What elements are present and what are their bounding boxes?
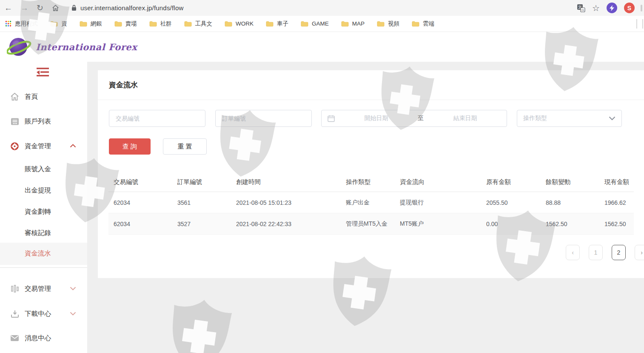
sidebar-collapse-icon[interactable] [36, 67, 50, 77]
bookmark-apps[interactable]: 應用程式 [5, 20, 38, 28]
bookmark-star-icon[interactable]: ☆ [592, 3, 600, 13]
extension-s-icon[interactable]: S [624, 3, 635, 13]
sidebar-item-label: 出金提現 [25, 186, 51, 195]
bookmark-label: 視頻 [388, 20, 399, 28]
folder-icon [114, 21, 122, 27]
bookmark-folder[interactable]: 車子 [266, 20, 288, 28]
sidebar-item-message[interactable]: 消息中心 [0, 331, 87, 345]
bookmark-label: WORK [236, 20, 254, 27]
folder-icon [50, 21, 58, 27]
cell-transaction-no: 62034 [108, 199, 172, 206]
query-button[interactable]: 查 詢 [109, 138, 151, 155]
bookmark-folder[interactable]: 視頻 [377, 20, 399, 28]
bookmark-folder[interactable]: 賣場 [114, 20, 137, 28]
table-row[interactable]: 62034 3527 2021-08-02 22:42:33 管理员MT5入金 … [108, 213, 634, 235]
translate-icon[interactable]: 文 G [577, 4, 585, 12]
url-text[interactable]: user.internationalforex.jp/funds/flow [80, 4, 184, 11]
bookmark-folder[interactable]: WORK [225, 20, 254, 27]
pagination-prev-button[interactable]: ‹ [566, 245, 580, 260]
reload-icon[interactable]: ↻ [37, 4, 43, 12]
back-icon[interactable]: ← [4, 4, 12, 12]
folder-icon [266, 21, 274, 27]
sidebar-subitem-flow-active[interactable]: 資金流水 [0, 246, 87, 261]
bookmark-folder[interactable]: MAP [341, 20, 365, 27]
bookmark-label: MAP [352, 20, 365, 27]
home-icon[interactable] [51, 4, 60, 12]
bookmark-folder[interactable]: GAME [301, 20, 329, 27]
sidebar-item-home[interactable]: 首頁 [0, 89, 87, 104]
sidebar-item-label: 消息中心 [25, 334, 51, 343]
sidebar-item-label: 下載中心 [25, 310, 51, 319]
table-row[interactable]: 62034 3561 2021-08-05 15:01:23 账户出金 提现银行… [108, 192, 634, 213]
bookmark-label: 車子 [277, 20, 288, 28]
bookmark-label: GAME [312, 20, 329, 27]
cell-original-amount: 0.00 [481, 221, 541, 227]
cell-operation-type: 管理员MT5入金 [341, 220, 395, 228]
column-header: 訂單編號 [172, 178, 231, 186]
sidebar-item-label: 資金劃轉 [25, 207, 51, 216]
sidebar-item-label: 審核記錄 [25, 229, 51, 238]
bookmark-folder[interactable]: 雲端 [412, 20, 434, 28]
funds-flow-card: 資金流水 開始日期 至 結束日期 操作類型 查 詢 重 置 交易編號 訂單編號 [98, 70, 644, 278]
home-outline-icon [10, 92, 20, 101]
cell-created-time: 2021-08-05 15:01:23 [231, 199, 341, 206]
envelope-icon [10, 335, 20, 342]
brand-logo[interactable]: International Forex [7, 36, 137, 58]
bookmark-folder[interactable]: 資 [50, 20, 67, 28]
bookmark-folder[interactable]: 社群 [149, 20, 172, 28]
cell-original-amount: 2055.50 [481, 199, 541, 206]
column-header: 原有金額 [481, 178, 541, 186]
bookmark-folder[interactable]: 網銀 [80, 20, 102, 28]
sidebar-item-label: 賬號入金 [25, 165, 51, 174]
sidebar-subitem-deposit[interactable]: 賬號入金 [0, 162, 87, 176]
bookmark-label: 社群 [160, 20, 172, 28]
cell-balance-change: 88.88 [541, 199, 599, 206]
table-header-row: 交易編號 訂單編號 創建時間 操作類型 資金流向 原有金額 餘額變動 現有金額 [108, 172, 634, 192]
cell-fund-direction: 提现银行 [395, 199, 481, 207]
cell-transaction-no: 62034 [108, 221, 172, 227]
bookmark-label: 資 [61, 20, 67, 28]
pagination-page-1[interactable]: 1 [589, 245, 603, 260]
sidebar-subitem-transfer[interactable]: 資金劃轉 [0, 204, 87, 219]
sidebar-item-label: 賬戶列表 [25, 117, 51, 126]
chevron-down-icon [609, 116, 616, 121]
browser-toolbar: ← → ↻ user.internationalforex.jp/funds/f… [0, 0, 644, 16]
bookmark-label: 工具文 [195, 20, 213, 28]
reset-button[interactable]: 重 置 [163, 138, 207, 155]
sidebar-subitem-audit[interactable]: 審核記錄 [0, 226, 87, 240]
folder-icon [149, 21, 157, 27]
sidebar-item-funds[interactable]: 資金管理 [0, 139, 87, 153]
bookmark-folder[interactable]: 工具文 [184, 20, 213, 28]
folder-icon [377, 21, 385, 27]
end-date-placeholder[interactable]: 結束日期 [424, 115, 507, 122]
forward-icon[interactable]: → [20, 4, 28, 12]
sidebar-subitem-withdraw[interactable]: 出金提現 [0, 183, 87, 198]
date-range-picker[interactable]: 開始日期 至 結束日期 [321, 110, 507, 127]
cell-balance-change: 1562.50 [541, 221, 599, 227]
lock-icon[interactable] [71, 5, 77, 11]
extension-bolt-icon[interactable] [607, 3, 617, 13]
screenshot-root: ← → ↻ user.internationalforex.jp/funds/f… [0, 0, 644, 353]
svg-text:G: G [581, 8, 584, 12]
sidebar-item-accounts[interactable]: 賬戶列表 [0, 114, 87, 129]
folder-icon [412, 21, 419, 27]
sidebar-item-label: 交易管理 [25, 284, 51, 293]
order-no-input[interactable] [215, 110, 312, 127]
column-header: 餘額變動 [541, 178, 599, 186]
bookmark-label: 應用程式 [15, 20, 38, 28]
cell-created-time: 2021-08-02 22:42:33 [231, 221, 341, 227]
operation-type-select[interactable]: 操作類型 [517, 110, 622, 127]
folder-icon [80, 21, 87, 27]
brand-name: International Forex [36, 42, 137, 52]
start-date-placeholder[interactable]: 開始日期 [335, 115, 418, 122]
column-header: 交易編號 [108, 178, 172, 186]
sidebar-item-label: 資金管理 [25, 142, 51, 151]
transaction-no-input[interactable] [109, 110, 205, 127]
bookmarks-bar: 應用程式 資 網銀 賣場 社群 工具文 WORK 車子 GAME MAP 視頻 … [0, 16, 644, 32]
funds-flow-table: 交易編號 訂單編號 創建時間 操作類型 資金流向 原有金額 餘額變動 現有金額 … [108, 172, 634, 235]
sidebar-item-download[interactable]: 下載中心 [0, 307, 87, 321]
sidebar-item-trade[interactable]: 交易管理 [0, 281, 87, 296]
pagination-page-2-active[interactable]: 2 [612, 245, 626, 260]
download-icon [10, 310, 20, 318]
pagination-next-button[interactable]: › [635, 245, 644, 260]
